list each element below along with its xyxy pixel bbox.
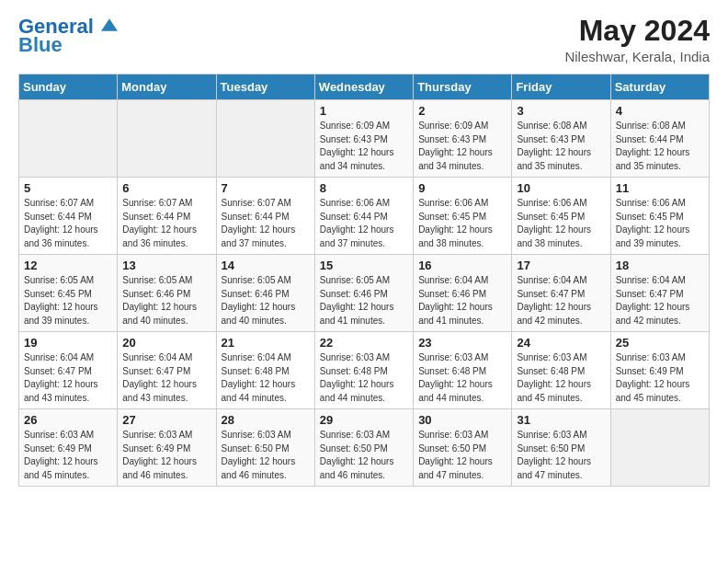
calendar-cell [118, 100, 216, 178]
day-number: 16 [418, 259, 506, 272]
calendar-cell: 26Sunrise: 6:03 AM Sunset: 6:49 PM Dayli… [19, 409, 118, 487]
calendar-cell: 22Sunrise: 6:03 AM Sunset: 6:48 PM Dayli… [314, 332, 413, 409]
day-info: Sunrise: 6:08 AM Sunset: 6:43 PM Dayligh… [517, 120, 605, 173]
calendar-week-row: 5Sunrise: 6:07 AM Sunset: 6:44 PM Daylig… [19, 178, 710, 255]
day-number: 29 [320, 413, 408, 427]
day-number: 18 [616, 259, 704, 272]
calendar-cell: 14Sunrise: 6:05 AM Sunset: 6:46 PM Dayli… [216, 255, 314, 332]
calendar-cell: 24Sunrise: 6:03 AM Sunset: 6:48 PM Dayli… [512, 332, 610, 409]
calendar-header-day: Sunday [19, 75, 118, 100]
day-info: Sunrise: 6:06 AM Sunset: 6:45 PM Dayligh… [418, 197, 506, 250]
calendar-page: General Blue May 2024 Nileshwar, Kerala,… [0, 0, 728, 563]
calendar-cell: 25Sunrise: 6:03 AM Sunset: 6:49 PM Dayli… [610, 332, 709, 409]
calendar-header-day: Tuesday [216, 75, 314, 100]
main-title: May 2024 [564, 15, 710, 47]
calendar-cell: 3Sunrise: 6:08 AM Sunset: 6:43 PM Daylig… [512, 100, 610, 178]
day-info: Sunrise: 6:07 AM Sunset: 6:44 PM Dayligh… [222, 197, 310, 250]
day-number: 22 [320, 336, 408, 350]
day-number: 20 [122, 336, 210, 350]
calendar-week-row: 12Sunrise: 6:05 AM Sunset: 6:45 PM Dayli… [19, 255, 710, 332]
calendar-cell: 16Sunrise: 6:04 AM Sunset: 6:46 PM Dayli… [414, 255, 512, 332]
calendar-header-row: SundayMondayTuesdayWednesdayThursdayFrid… [19, 75, 710, 100]
calendar-cell: 29Sunrise: 6:03 AM Sunset: 6:50 PM Dayli… [314, 409, 413, 487]
day-number: 28 [222, 413, 310, 427]
calendar-cell: 21Sunrise: 6:04 AM Sunset: 6:48 PM Dayli… [216, 332, 314, 409]
calendar-week-row: 26Sunrise: 6:03 AM Sunset: 6:49 PM Dayli… [19, 409, 710, 487]
day-info: Sunrise: 6:03 AM Sunset: 6:49 PM Dayligh… [122, 429, 210, 482]
day-number: 1 [320, 104, 408, 118]
calendar-cell: 18Sunrise: 6:04 AM Sunset: 6:47 PM Dayli… [610, 255, 709, 332]
calendar-cell: 28Sunrise: 6:03 AM Sunset: 6:50 PM Dayli… [216, 409, 314, 487]
calendar-week-row: 19Sunrise: 6:04 AM Sunset: 6:47 PM Dayli… [19, 332, 710, 409]
calendar-cell: 2Sunrise: 6:09 AM Sunset: 6:43 PM Daylig… [414, 100, 512, 178]
day-number: 14 [222, 259, 310, 272]
calendar-cell [610, 409, 709, 487]
calendar-header-day: Wednesday [314, 75, 413, 100]
day-number: 7 [222, 181, 310, 195]
calendar-cell: 20Sunrise: 6:04 AM Sunset: 6:47 PM Dayli… [118, 332, 216, 409]
day-info: Sunrise: 6:07 AM Sunset: 6:44 PM Dayligh… [122, 197, 210, 250]
calendar-cell: 23Sunrise: 6:03 AM Sunset: 6:48 PM Dayli… [414, 332, 512, 409]
day-info: Sunrise: 6:04 AM Sunset: 6:48 PM Dayligh… [222, 351, 310, 405]
day-number: 24 [517, 336, 605, 350]
svg-marker-0 [101, 18, 118, 31]
day-info: Sunrise: 6:03 AM Sunset: 6:49 PM Dayligh… [616, 351, 704, 405]
calendar-cell: 11Sunrise: 6:06 AM Sunset: 6:45 PM Dayli… [610, 178, 709, 255]
calendar-header-day: Friday [512, 75, 610, 100]
day-info: Sunrise: 6:09 AM Sunset: 6:43 PM Dayligh… [320, 120, 408, 173]
day-number: 4 [616, 104, 704, 118]
day-info: Sunrise: 6:03 AM Sunset: 6:50 PM Dayligh… [418, 429, 506, 482]
day-info: Sunrise: 6:05 AM Sunset: 6:46 PM Dayligh… [222, 274, 310, 327]
day-info: Sunrise: 6:03 AM Sunset: 6:48 PM Dayligh… [320, 351, 408, 405]
day-info: Sunrise: 6:03 AM Sunset: 6:49 PM Dayligh… [24, 429, 112, 482]
day-number: 12 [24, 259, 112, 272]
subtitle: Nileshwar, Kerala, India [564, 49, 710, 64]
day-info: Sunrise: 6:06 AM Sunset: 6:44 PM Dayligh… [320, 197, 408, 250]
title-block: May 2024 Nileshwar, Kerala, India [564, 15, 710, 64]
day-number: 25 [616, 336, 704, 350]
calendar-cell: 15Sunrise: 6:05 AM Sunset: 6:46 PM Dayli… [314, 255, 413, 332]
calendar-header-day: Saturday [610, 75, 709, 100]
day-info: Sunrise: 6:03 AM Sunset: 6:48 PM Dayligh… [517, 351, 605, 405]
calendar-cell: 9Sunrise: 6:06 AM Sunset: 6:45 PM Daylig… [414, 178, 512, 255]
calendar-cell: 31Sunrise: 6:03 AM Sunset: 6:50 PM Dayli… [512, 409, 610, 487]
day-number: 27 [122, 413, 210, 427]
day-number: 13 [122, 259, 210, 272]
day-number: 3 [517, 104, 605, 118]
day-number: 15 [320, 259, 408, 272]
calendar-cell: 27Sunrise: 6:03 AM Sunset: 6:49 PM Dayli… [118, 409, 216, 487]
calendar-cell [216, 100, 314, 178]
calendar-week-row: 1Sunrise: 6:09 AM Sunset: 6:43 PM Daylig… [19, 100, 710, 178]
logo-icon [101, 17, 118, 33]
calendar-cell: 8Sunrise: 6:06 AM Sunset: 6:44 PM Daylig… [314, 178, 413, 255]
calendar-header-day: Monday [118, 75, 216, 100]
day-number: 23 [418, 336, 506, 350]
calendar-cell: 17Sunrise: 6:04 AM Sunset: 6:47 PM Dayli… [512, 255, 610, 332]
day-info: Sunrise: 6:05 AM Sunset: 6:46 PM Dayligh… [122, 274, 210, 327]
day-info: Sunrise: 6:03 AM Sunset: 6:50 PM Dayligh… [517, 429, 605, 482]
day-number: 2 [418, 104, 506, 118]
day-number: 31 [517, 413, 605, 427]
calendar-cell: 1Sunrise: 6:09 AM Sunset: 6:43 PM Daylig… [314, 100, 413, 178]
day-info: Sunrise: 6:06 AM Sunset: 6:45 PM Dayligh… [616, 197, 704, 250]
day-info: Sunrise: 6:09 AM Sunset: 6:43 PM Dayligh… [418, 120, 506, 173]
day-number: 21 [222, 336, 310, 350]
day-number: 19 [24, 336, 112, 350]
day-info: Sunrise: 6:03 AM Sunset: 6:50 PM Dayligh… [320, 429, 408, 482]
day-info: Sunrise: 6:05 AM Sunset: 6:45 PM Dayligh… [24, 274, 112, 327]
day-info: Sunrise: 6:08 AM Sunset: 6:44 PM Dayligh… [616, 120, 704, 173]
day-number: 17 [517, 259, 605, 272]
day-info: Sunrise: 6:04 AM Sunset: 6:47 PM Dayligh… [122, 351, 210, 405]
day-number: 6 [122, 181, 210, 195]
day-number: 5 [24, 181, 112, 195]
calendar-cell: 7Sunrise: 6:07 AM Sunset: 6:44 PM Daylig… [216, 178, 314, 255]
day-number: 9 [418, 181, 506, 195]
calendar-cell: 6Sunrise: 6:07 AM Sunset: 6:44 PM Daylig… [118, 178, 216, 255]
day-info: Sunrise: 6:04 AM Sunset: 6:47 PM Dayligh… [24, 351, 112, 405]
header: General Blue May 2024 Nileshwar, Kerala,… [18, 15, 710, 64]
calendar-cell [19, 100, 118, 178]
calendar-cell: 30Sunrise: 6:03 AM Sunset: 6:50 PM Dayli… [414, 409, 512, 487]
day-info: Sunrise: 6:06 AM Sunset: 6:45 PM Dayligh… [517, 197, 605, 250]
logo: General Blue [18, 15, 118, 57]
calendar-cell: 19Sunrise: 6:04 AM Sunset: 6:47 PM Dayli… [19, 332, 118, 409]
